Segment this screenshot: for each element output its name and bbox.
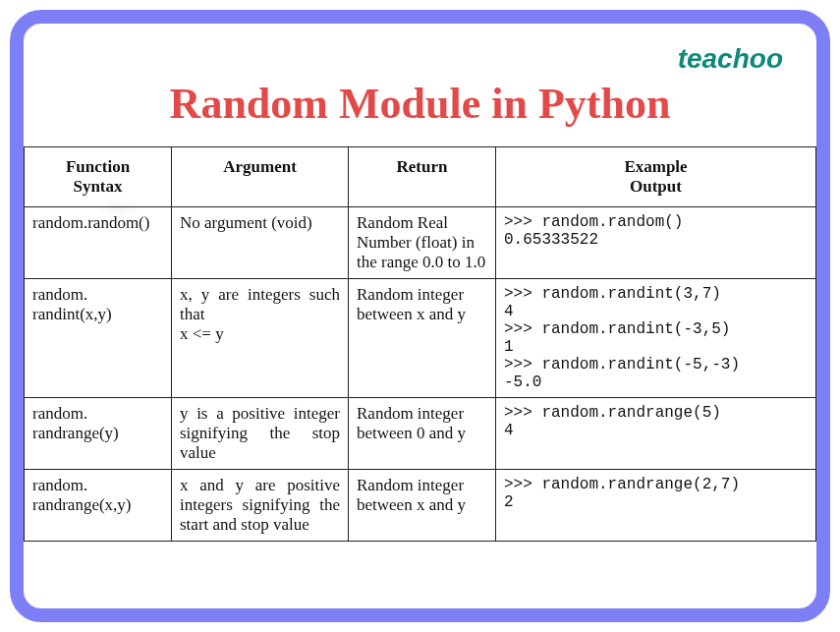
table-row: random. randrange(x,y) x and y are posit…: [25, 470, 816, 542]
cell-argument: No argument (void): [172, 207, 349, 279]
document-frame: teachoo Random Module in Python Function…: [10, 10, 830, 622]
cell-example: >>> random.random() 0.65333522: [496, 207, 816, 279]
cell-argument: y is a positive integer signifying the s…: [172, 398, 349, 470]
page-title: Random Module in Python: [24, 79, 816, 129]
cell-return: Random integer between x and y: [349, 470, 496, 542]
table-header-row: Function Syntax Argument Return Example …: [25, 147, 816, 207]
cell-example: >>> random.randint(3,7) 4 >>> random.ran…: [496, 279, 816, 398]
cell-example: >>> random.randrange(5) 4: [496, 398, 816, 470]
brand-logo: teachoo: [678, 43, 783, 75]
cell-argument: x and y are positive integers signifying…: [172, 470, 349, 542]
cell-argument: x, y are integers such that x <= y: [172, 279, 349, 398]
cell-example: >>> random.randrange(2,7) 2: [496, 470, 816, 542]
cell-return: Random Real Number (float) in the range …: [349, 207, 496, 279]
table-row: random. randint(x,y) x, y are integers s…: [25, 279, 816, 398]
header-argument: Argument: [172, 147, 349, 207]
cell-syntax: random.random(): [25, 207, 172, 279]
table-row: random.random() No argument (void) Rando…: [25, 207, 816, 279]
cell-syntax: random. randrange(y): [25, 398, 172, 470]
cell-syntax: random. randrange(x,y): [25, 470, 172, 542]
cell-syntax: random. randint(x,y): [25, 279, 172, 398]
header-example: Example Output: [496, 147, 816, 207]
cell-return: Random integer between 0 and y: [349, 398, 496, 470]
cell-return: Random integer between x and y: [349, 279, 496, 398]
header-return: Return: [349, 147, 496, 207]
header-syntax: Function Syntax: [25, 147, 172, 207]
table-row: random. randrange(y) y is a positive int…: [25, 398, 816, 470]
functions-table: Function Syntax Argument Return Example …: [24, 146, 816, 542]
